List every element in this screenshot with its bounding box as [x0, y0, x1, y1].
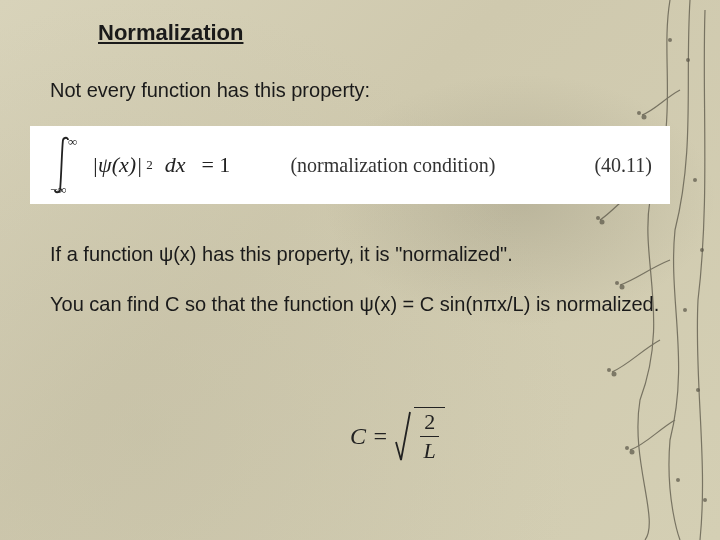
sqrt-fraction: 2 L [414, 407, 445, 463]
constant-lhs: C = [350, 423, 388, 450]
intro-text: Not every function has this property: [50, 76, 670, 104]
condition-label: (normalization condition) [290, 154, 495, 177]
equation-number: (40.11) [594, 154, 652, 177]
fraction-denominator: L [424, 437, 436, 463]
upper-limit: ∞ [68, 134, 77, 150]
integrand-exponent: 2 [146, 157, 153, 173]
slide-title: Normalization [98, 20, 670, 46]
normalized-definition: If a function ψ(x) has this property, it… [50, 240, 670, 268]
lower-limit: −∞ [50, 182, 67, 198]
equals-one: = 1 [201, 152, 230, 178]
slide-content: Normalization Not every function has thi… [0, 0, 720, 360]
differential: dx [165, 152, 186, 178]
sqrt-icon [394, 408, 414, 464]
find-constant-text: You can find C so that the function ψ(x)… [50, 290, 670, 318]
fraction-numerator: 2 [420, 410, 439, 437]
normalization-equation: ∞ −∞ |ψ(x)|2 dx = 1 (normalization condi… [30, 126, 670, 204]
integrand: |ψ(x)| [92, 152, 142, 178]
constant-equation: C = 2 L [350, 408, 445, 464]
integral-symbol: ∞ −∞ |ψ(x)|2 dx = 1 [50, 136, 230, 194]
